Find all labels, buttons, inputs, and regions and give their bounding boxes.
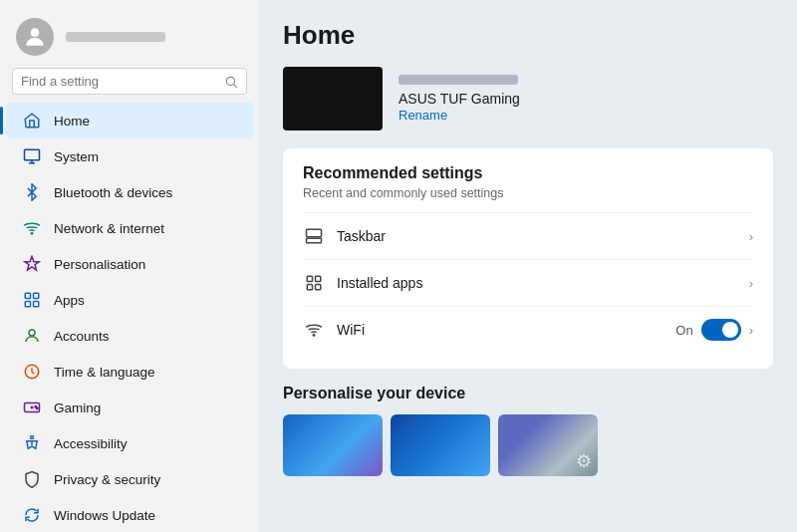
search-input[interactable] bbox=[21, 74, 218, 89]
svg-point-18 bbox=[31, 436, 34, 439]
svg-rect-20 bbox=[307, 238, 322, 243]
sidebar: HomeSystemBluetooth & devicesNetwork & i… bbox=[0, 0, 259, 532]
profile-name-bar bbox=[66, 32, 165, 42]
wifi-toggle[interactable] bbox=[701, 319, 741, 341]
svg-rect-8 bbox=[34, 293, 39, 298]
taskbar-label: Taskbar bbox=[337, 228, 737, 244]
nav-list: HomeSystemBluetooth & devicesNetwork & i… bbox=[0, 103, 259, 532]
wifi-chevron: › bbox=[749, 323, 753, 338]
wifi-label: WiFi bbox=[337, 322, 664, 338]
time-icon bbox=[22, 362, 42, 382]
avatar bbox=[16, 18, 54, 56]
svg-point-26 bbox=[313, 335, 315, 337]
sidebar-item-label-gaming: Gaming bbox=[54, 400, 101, 415]
device-card: ASUS TUF Gaming Rename bbox=[283, 67, 773, 131]
network-icon bbox=[22, 218, 42, 238]
sidebar-item-privacy[interactable]: Privacy & security bbox=[6, 461, 253, 497]
bluetooth-icon bbox=[22, 182, 42, 202]
personalise-thumb-3[interactable] bbox=[498, 414, 598, 476]
personalise-section: Personalise your device bbox=[283, 385, 773, 476]
wifi-status: On bbox=[675, 323, 692, 338]
sidebar-item-accessibility[interactable]: Accessibility bbox=[6, 425, 253, 461]
installed-apps-icon bbox=[303, 272, 325, 294]
svg-rect-25 bbox=[316, 285, 321, 290]
svg-rect-7 bbox=[25, 293, 30, 298]
personalise-thumb-1[interactable] bbox=[283, 414, 383, 476]
svg-point-6 bbox=[31, 233, 33, 235]
rename-link[interactable]: Rename bbox=[398, 108, 447, 123]
sidebar-item-label-accounts: Accounts bbox=[54, 329, 110, 344]
personalise-grid bbox=[283, 414, 773, 476]
svg-point-17 bbox=[37, 407, 39, 409]
sidebar-item-windows-update[interactable]: Windows Update bbox=[6, 497, 253, 532]
sidebar-item-time[interactable]: Time & language bbox=[6, 354, 253, 390]
installed-apps-row[interactable]: Installed apps › bbox=[303, 259, 753, 306]
privacy-icon bbox=[22, 469, 42, 489]
search-box[interactable] bbox=[12, 68, 247, 95]
svg-point-1 bbox=[226, 77, 234, 85]
svg-line-2 bbox=[234, 84, 237, 87]
gaming-icon bbox=[22, 398, 42, 417]
sidebar-item-bluetooth[interactable]: Bluetooth & devices bbox=[6, 174, 253, 210]
device-name: ASUS TUF Gaming bbox=[398, 91, 520, 107]
taskbar-row[interactable]: Taskbar › bbox=[303, 212, 753, 259]
apps-icon bbox=[22, 290, 42, 310]
sidebar-item-label-apps: Apps bbox=[54, 293, 85, 308]
recommended-subtitle: Recent and commonly used settings bbox=[303, 186, 753, 200]
personalisation-icon bbox=[22, 254, 42, 274]
svg-rect-22 bbox=[307, 276, 312, 281]
sidebar-item-apps[interactable]: Apps bbox=[6, 282, 253, 318]
installed-apps-right: › bbox=[749, 276, 753, 291]
taskbar-chevron: › bbox=[749, 229, 753, 244]
search-icon bbox=[224, 75, 238, 89]
sidebar-item-label-accessibility: Accessibility bbox=[54, 436, 128, 451]
sidebar-item-system[interactable]: System bbox=[6, 138, 253, 174]
taskbar-right: › bbox=[749, 229, 753, 244]
avatar-icon bbox=[22, 24, 48, 50]
device-info: ASUS TUF Gaming Rename bbox=[398, 75, 520, 123]
sidebar-item-label-home: Home bbox=[54, 114, 90, 129]
sidebar-item-gaming[interactable]: Gaming bbox=[6, 390, 253, 425]
accessibility-icon bbox=[22, 433, 42, 453]
sidebar-item-accounts[interactable]: Accounts bbox=[6, 318, 253, 354]
svg-rect-21 bbox=[307, 229, 322, 237]
sidebar-item-label-bluetooth: Bluetooth & devices bbox=[54, 185, 172, 200]
wifi-right: On › bbox=[675, 319, 753, 341]
sidebar-item-network[interactable]: Network & internet bbox=[6, 210, 253, 246]
personalise-thumb-2[interactable] bbox=[391, 414, 490, 476]
taskbar-icon bbox=[303, 225, 325, 247]
page-title: Home bbox=[283, 20, 773, 51]
personalise-title: Personalise your device bbox=[283, 385, 773, 402]
svg-rect-9 bbox=[25, 302, 30, 307]
sidebar-item-label-network: Network & internet bbox=[54, 221, 164, 236]
svg-point-0 bbox=[31, 28, 40, 37]
sidebar-item-label-time: Time & language bbox=[54, 365, 155, 380]
sidebar-item-label-privacy: Privacy & security bbox=[54, 472, 160, 487]
sidebar-item-label-windows-update: Windows Update bbox=[54, 508, 155, 523]
main-content: Home ASUS TUF Gaming Rename Recommended … bbox=[259, 0, 797, 532]
sidebar-item-personalisation[interactable]: Personalisation bbox=[6, 246, 253, 282]
sidebar-item-label-personalisation: Personalisation bbox=[54, 257, 145, 272]
svg-rect-10 bbox=[34, 302, 39, 307]
svg-rect-3 bbox=[25, 149, 40, 160]
installed-apps-label: Installed apps bbox=[337, 275, 737, 291]
sidebar-item-label-system: System bbox=[54, 149, 99, 164]
accounts-icon bbox=[22, 326, 42, 346]
system-icon bbox=[22, 146, 42, 166]
sidebar-profile bbox=[0, 10, 259, 68]
svg-point-11 bbox=[29, 330, 35, 336]
wifi-row[interactable]: WiFi On › bbox=[303, 306, 753, 353]
recommended-title: Recommended settings bbox=[303, 164, 753, 182]
home-icon bbox=[22, 111, 42, 131]
recommended-settings-card: Recommended settings Recent and commonly… bbox=[283, 148, 773, 369]
device-name-bar bbox=[398, 75, 518, 85]
device-thumbnail bbox=[283, 67, 383, 131]
svg-rect-23 bbox=[316, 276, 321, 281]
wifi-icon bbox=[303, 319, 325, 341]
installed-apps-chevron: › bbox=[749, 276, 753, 291]
windows-update-icon bbox=[22, 505, 42, 525]
sidebar-item-home[interactable]: Home bbox=[6, 103, 253, 138]
svg-rect-24 bbox=[307, 285, 312, 290]
